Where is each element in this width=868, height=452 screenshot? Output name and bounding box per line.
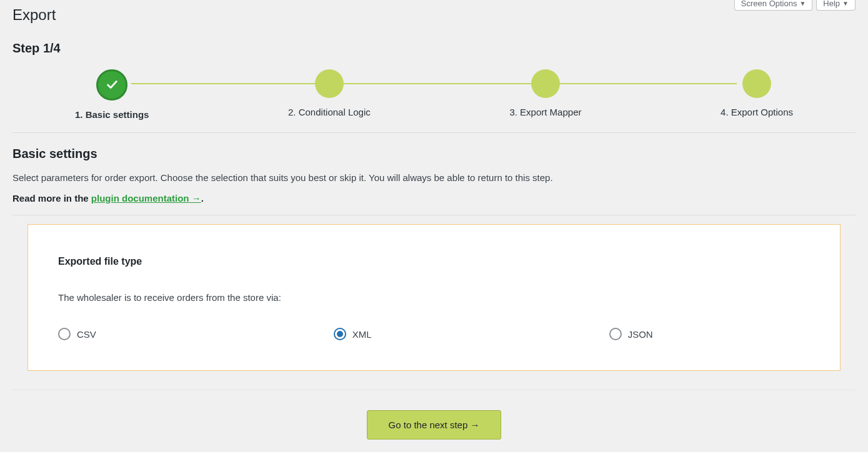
radio-label: CSV — [77, 329, 96, 340]
step-label: 4. Export Options — [721, 107, 793, 117]
screen-options-label: Screen Options — [741, 0, 797, 7]
step-basic-settings[interactable]: 1. Basic settings — [75, 69, 149, 120]
step-circle — [531, 69, 560, 98]
settings-panel: Exported file type The wholesaler is to … — [27, 224, 841, 371]
panel-top-border — [12, 215, 856, 215]
step-heading: Step 1/4 — [12, 41, 856, 56]
radio-xml[interactable]: XML — [334, 328, 372, 340]
help-button[interactable]: Help ▼ — [816, 0, 856, 11]
stepper: 1. Basic settings 2. Conditional Logic 3… — [12, 69, 856, 120]
step-circle — [315, 69, 344, 98]
radio-label: JSON — [628, 329, 653, 340]
panel-subtext: The wholesaler is to receive orders from… — [58, 292, 810, 303]
caret-down-icon: ▼ — [799, 1, 806, 7]
check-icon — [105, 77, 119, 93]
radio-csv[interactable]: CSV — [58, 328, 96, 340]
step-export-options[interactable]: 4. Export Options — [721, 69, 793, 117]
radio-json[interactable]: JSON — [609, 328, 653, 340]
stepper-line — [131, 83, 737, 84]
page-title: Export — [12, 6, 856, 24]
doc-line: Read more in the plugin documentation →. — [12, 193, 856, 204]
radio-icon — [334, 328, 346, 340]
section-title: Basic settings — [12, 147, 856, 161]
file-type-radio-group: CSV XML JSON — [58, 328, 810, 340]
radio-label: XML — [352, 329, 372, 340]
doc-prefix: Read more in the — [12, 193, 91, 204]
step-export-mapper[interactable]: 3. Export Mapper — [509, 69, 581, 117]
help-label: Help — [823, 0, 840, 7]
caret-down-icon: ▼ — [842, 1, 849, 7]
doc-suffix: . — [201, 193, 204, 204]
screen-options-button[interactable]: Screen Options ▼ — [734, 0, 813, 11]
next-step-button[interactable]: Go to the next step → — [367, 410, 502, 440]
step-circle — [742, 69, 771, 98]
step-label: 1. Basic settings — [75, 109, 149, 120]
radio-icon — [58, 328, 71, 340]
radio-icon — [609, 328, 622, 340]
step-conditional-logic[interactable]: 2. Conditional Logic — [288, 69, 371, 117]
section-description: Select parameters for order export. Choo… — [12, 172, 856, 183]
panel-heading: Exported file type — [58, 256, 810, 267]
action-row: Go to the next step → — [12, 390, 856, 440]
step-circle — [96, 69, 127, 101]
step-label: 2. Conditional Logic — [288, 107, 371, 117]
doc-link[interactable]: plugin documentation → — [91, 193, 201, 204]
divider — [12, 132, 856, 133]
step-label: 3. Export Mapper — [509, 107, 581, 117]
